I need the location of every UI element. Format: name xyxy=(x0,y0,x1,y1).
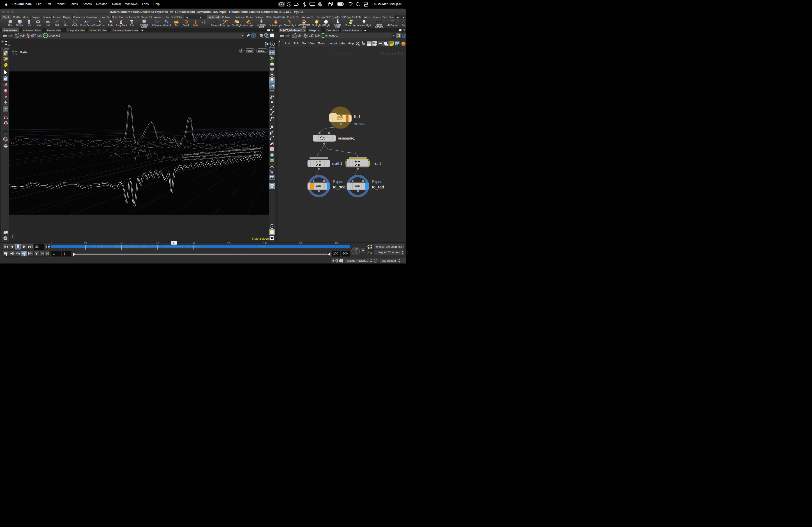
svg-text:to_rad: to_rad xyxy=(372,185,384,190)
svg-text:i: i xyxy=(272,225,273,228)
svg-text:SC.wav: SC.wav xyxy=(354,122,365,126)
svg-text:24: 24 xyxy=(84,242,87,244)
svg-text:file1: file1 xyxy=(354,115,360,119)
svg-text:y: y xyxy=(13,234,14,236)
svg-text:Motion FX: Motion FX xyxy=(381,51,404,56)
svg-text:1: 1 xyxy=(51,242,53,244)
svg-text:120: 120 xyxy=(227,242,231,244)
svg-text:45: 45 xyxy=(77,110,79,112)
svg-text:resample1: resample1 xyxy=(338,136,355,140)
svg-text:math2: math2 xyxy=(372,162,382,165)
svg-text:144: 144 xyxy=(263,242,267,244)
svg-text:Export: Export xyxy=(333,180,344,184)
svg-text:2x: 2x xyxy=(5,147,6,148)
svg-text:72: 72 xyxy=(156,242,159,244)
svg-text:12: 12 xyxy=(271,117,274,120)
svg-text:192: 192 xyxy=(335,242,339,244)
svg-text:to_sca: to_sca xyxy=(333,185,346,190)
svg-text:168: 168 xyxy=(299,242,303,244)
svg-text:x: x xyxy=(10,237,11,239)
svg-text:83: 83 xyxy=(173,242,175,244)
svg-text:Export: Export xyxy=(372,180,382,184)
svg-text:48: 48 xyxy=(120,242,123,244)
svg-text:z: z xyxy=(14,237,15,239)
svg-text:12: 12 xyxy=(271,131,273,133)
svg-text:math1: math1 xyxy=(332,162,343,165)
svg-text:?: ? xyxy=(272,42,273,46)
svg-text:Indie Edition: Indie Edition xyxy=(330,51,352,56)
svg-text:w: w xyxy=(280,3,282,6)
svg-text:96: 96 xyxy=(192,242,195,244)
